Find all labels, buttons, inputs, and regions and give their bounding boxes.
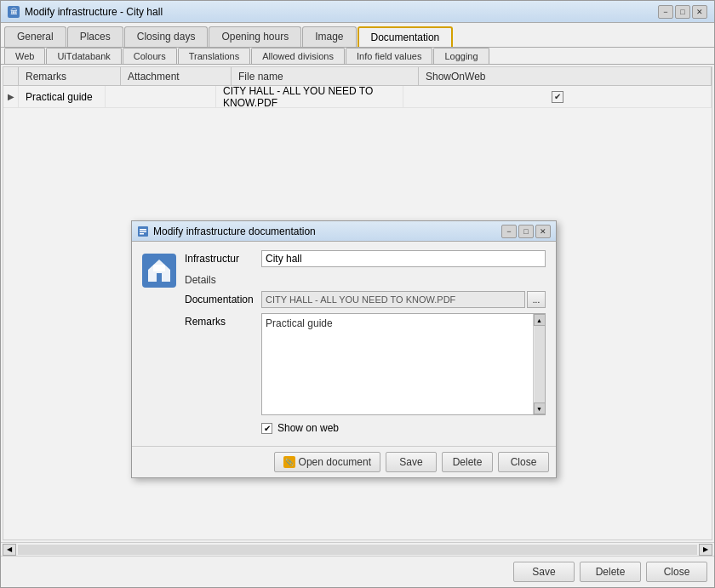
modal-save-button[interactable]: Save [386,452,437,472]
tab-uitdatabank[interactable]: UiTdatabank [46,48,121,64]
bottom-bar: Save Delete Close [1,556,714,587]
window-title: Modify infrastructure - City hall [25,6,163,18]
tab-web[interactable]: Web [4,48,45,64]
scroll-left-arrow[interactable]: ◀ [3,544,16,556]
scroll-track [535,326,545,402]
tab-closing-days[interactable]: Closing days [124,26,209,47]
show-on-web-checkbox[interactable]: ✔ [261,423,272,434]
tab-general[interactable]: General [4,26,66,47]
modal-modify-doc: Modify infrastructure documentation − □ … [131,220,557,478]
show-on-web-row: ✔ Show on web [261,422,546,434]
tab-allowed-divisions[interactable]: Allowed divisions [251,48,345,64]
svg-rect-7 [157,273,162,282]
modal-maximize-btn[interactable]: □ [518,225,534,238]
tab-colours[interactable]: Colours [123,48,177,64]
tab-places[interactable]: Places [67,26,123,47]
doc-field-label: Documentation [185,294,261,305]
title-bar-controls: − □ ✕ [658,5,707,19]
doc-field-wrap: CITY HALL - ALL YOU NEED TO KNOW.PDF ... [261,291,546,308]
doc-field-input: CITY HALL - ALL YOU NEED TO KNOW.PDF [261,291,525,308]
infra-row: Infrastructur City hall [185,250,546,267]
close-button[interactable]: ✕ [692,5,707,19]
title-bar: 🏛 Modify infrastructure - City hall − □ … [1,1,714,23]
details-label: Details [185,274,546,286]
svg-rect-1 [140,229,146,231]
tab-translations[interactable]: Translations [178,48,251,64]
modal-delete-button[interactable]: Delete [442,452,493,472]
modal-controls: − □ ✕ [501,225,551,238]
svg-rect-2 [140,231,146,232]
tabs-row-2: Web UiTdatabank Colours Translations All… [1,48,714,65]
tab-info-field-values[interactable]: Info field values [346,48,432,64]
remarks-field-label: Remarks [185,313,261,328]
infra-label: Infrastructur [185,253,261,265]
remarks-content: Practical guide [266,317,333,329]
close-button-bottom[interactable]: Close [646,562,707,582]
horizontal-scrollbar: ◀ ▶ [1,542,714,556]
maximize-button[interactable]: □ [675,5,690,19]
scroll-track-h[interactable] [18,545,697,555]
minimize-button[interactable]: − [658,5,673,19]
remarks-textarea[interactable]: ▲ ▼ Practical guide [261,313,546,415]
delete-button[interactable]: Delete [580,562,641,582]
modal-right-panel: Infrastructur City hall Details Document… [185,250,546,437]
infra-value-display: City hall [261,250,546,267]
modal-close-button[interactable]: Close [498,452,549,472]
remarks-scrollbar[interactable]: ▲ ▼ [533,314,545,414]
modal-overlay: Modify infrastructure documentation − □ … [3,67,712,539]
doc-field-row: Documentation CITY HALL - ALL YOU NEED T… [185,291,546,308]
scroll-up-arrow[interactable]: ▲ [534,314,546,326]
scroll-right-arrow[interactable]: ▶ [699,544,712,556]
remarks-field-row: Remarks ▲ ▼ Practical guide [185,313,546,415]
tab-documentation[interactable]: Documentation [358,26,454,47]
open-doc-label: Open document [299,456,371,468]
modal-close-btn[interactable]: ✕ [535,225,551,238]
open-document-button[interactable]: 📎 Open document [274,452,380,472]
open-doc-icon: 📎 [283,456,295,468]
tab-opening-hours[interactable]: Opening hours [209,26,301,47]
save-button[interactable]: Save [513,562,575,582]
svg-marker-6 [148,260,170,270]
modal-minimize-btn[interactable]: − [501,225,517,238]
show-on-web-label: Show on web [277,422,339,434]
tabs-row-1: General Places Closing days Opening hour… [1,23,714,48]
modal-title-icon [137,225,149,237]
modal-content: Infrastructur City hall Details Document… [132,242,556,446]
tab-image[interactable]: Image [302,26,356,47]
modal-buttons: 📎 Open document Save Delete Close [132,446,556,477]
title-bar-left: 🏛 Modify infrastructure - City hall [8,6,163,18]
modal-title-text: Modify infrastructure documentation [153,225,316,237]
window-icon: 🏛 [8,6,20,18]
browse-button[interactable]: ... [527,291,546,308]
infrastructure-icon [142,254,176,288]
modal-title-left: Modify infrastructure documentation [137,225,316,237]
scroll-down-arrow[interactable]: ▼ [534,402,546,414]
tab-logging[interactable]: Logging [433,48,489,64]
svg-rect-3 [140,233,144,235]
table-area: Remarks Attachment File name ShowOnWeb ▶… [3,66,712,540]
main-window: 🏛 Modify infrastructure - City hall − □ … [0,0,715,588]
modal-title-bar: Modify infrastructure documentation − □ … [132,221,556,242]
